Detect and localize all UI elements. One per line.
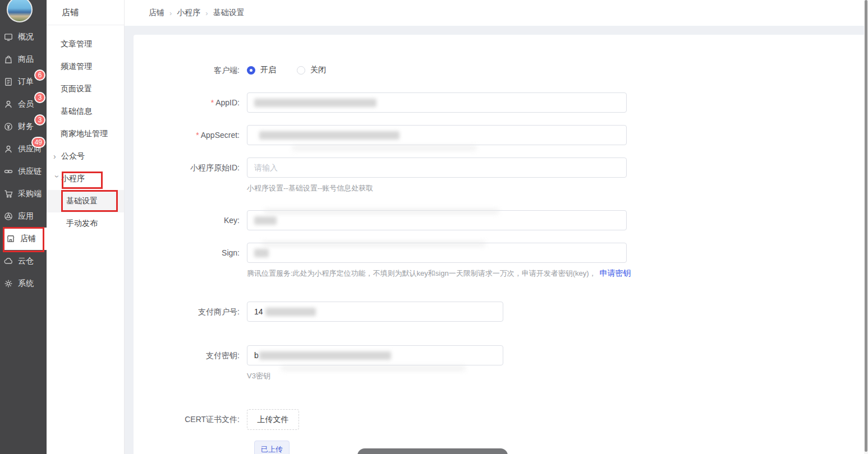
supplier-icon — [4, 145, 13, 154]
scrollbar-thumb[interactable] — [865, 0, 867, 452]
appid-label: *AppID: — [134, 92, 247, 113]
required-asterisk: * — [196, 131, 199, 140]
radio-selected-icon — [247, 66, 255, 75]
sidebar-item-label: 店铺 — [20, 234, 36, 244]
sidebar-item-label: 订单 — [18, 77, 34, 87]
cert-row: CERT证书文件: 上传文件 — [134, 409, 299, 430]
pay-secret-label: 支付密钥: — [134, 345, 247, 381]
key-label: Key: — [134, 210, 247, 230]
finance-badge: 3 — [34, 114, 45, 126]
apps-icon — [4, 212, 13, 221]
breadcrumb-basic-settings[interactable]: 基础设置 — [213, 8, 245, 18]
client-label: 客户端: — [134, 63, 247, 77]
settings-form-card: 客户端: 开启 关闭 *AppID: *AppSecret: — [134, 35, 864, 454]
sign-label: Sign: — [134, 243, 247, 279]
sidebar-item-cloud-warehouse[interactable]: 云仓 — [0, 250, 47, 272]
vertical-scrollbar — [864, 0, 868, 454]
submenu-item-basic-info[interactable]: 基础信息 — [47, 100, 124, 123]
secondary-sidebar: 店铺 文章管理 频道管理 页面设置 基础信息 商家地址管理 › 公众号 › 小程… — [47, 0, 125, 454]
breadcrumb-mini-program[interactable]: 小程序 — [177, 8, 200, 18]
submenu-title: 店铺 — [47, 0, 124, 25]
topbar: 店铺 › 小程序 › 基础设置 — [125, 0, 868, 26]
submenu-group-mini-program[interactable]: › 小程序 — [47, 168, 124, 190]
sidebar-item-supplier[interactable]: 供应商 49 — [0, 138, 47, 160]
redaction-smear — [281, 365, 466, 371]
redaction-smear — [292, 145, 477, 151]
client-off-radio[interactable]: 关闭 — [297, 65, 326, 75]
sidebar-item-members[interactable]: 会员 3 — [0, 93, 47, 115]
orders-icon — [4, 77, 13, 86]
submenu-item-page-settings[interactable]: 页面设置 — [47, 78, 124, 100]
submenu-list: 文章管理 频道管理 页面设置 基础信息 商家地址管理 › 公众号 › 小程序 基… — [47, 25, 124, 235]
sidebar-item-label: 采购端 — [18, 189, 42, 199]
redaction-smear — [264, 209, 499, 214]
sidebar-item-supply-chain[interactable]: 供应链 — [0, 160, 47, 183]
original-id-helper: 小程序设置--基础设置--账号信息处获取 — [247, 183, 627, 193]
required-asterisk: * — [211, 98, 214, 107]
appsecret-label: *AppSecret: — [134, 125, 247, 145]
dashboard-icon — [4, 33, 13, 41]
supply-chain-icon — [4, 167, 13, 176]
cert-label: CERT证书文件: — [134, 409, 247, 430]
apply-key-link[interactable]: 申请密钥 — [600, 268, 631, 277]
breadcrumb-separator-icon: › — [205, 9, 208, 17]
appid-row: *AppID: — [134, 92, 627, 113]
redacted-value — [254, 216, 277, 225]
orders-badge: 6 — [34, 70, 45, 81]
submenu-item-articles[interactable]: 文章管理 — [47, 33, 124, 55]
client-row: 客户端: 开启 关闭 — [134, 63, 347, 77]
primary-sidebar: 概况 商品 订单 6 会员 3 财务 3 供应商 49 供应链 — [0, 0, 47, 454]
pay-merchant-label: 支付商户号: — [134, 302, 247, 322]
redacted-value — [265, 308, 316, 316]
upload-file-button[interactable]: 上传文件 — [247, 409, 299, 430]
bottom-toast — [357, 448, 508, 454]
submenu-item-merchant-address[interactable]: 商家地址管理 — [47, 123, 124, 145]
redacted-value — [254, 249, 269, 257]
original-id-label: 小程序原始ID: — [134, 157, 247, 193]
chevron-down-icon: › — [53, 175, 62, 183]
pay-secret-helper: V3密钥 — [247, 371, 503, 381]
submenu-item-channels[interactable]: 频道管理 — [47, 55, 124, 78]
chevron-right-icon: › — [53, 152, 61, 161]
pay-merchant-row: 支付商户号: — [134, 302, 503, 322]
sidebar-item-label: 供应链 — [18, 166, 42, 177]
sidebar-item-goods[interactable]: 商品 — [0, 48, 47, 71]
key-row: Key: — [134, 210, 627, 230]
redacted-value — [259, 131, 399, 140]
system-icon — [4, 279, 13, 288]
client-on-radio[interactable]: 开启 — [247, 65, 276, 75]
redaction-smear — [261, 241, 486, 247]
primary-nav: 概况 商品 订单 6 会员 3 财务 3 供应商 49 供应链 — [0, 26, 47, 295]
sidebar-item-label: 系统 — [18, 279, 34, 289]
sidebar-item-finance[interactable]: 财务 3 — [0, 115, 47, 138]
breadcrumb-separator-icon: › — [169, 9, 172, 17]
sidebar-item-label: 会员 — [18, 99, 34, 109]
breadcrumb-shop[interactable]: 店铺 — [149, 8, 164, 18]
original-id-input[interactable] — [247, 157, 627, 178]
cloud-warehouse-icon — [4, 257, 13, 266]
sidebar-item-orders[interactable]: 订单 6 — [0, 71, 47, 93]
uploaded-tag: 已上传 — [254, 441, 290, 454]
sign-helper: 腾讯位置服务:此处为小程序定位功能，不填则为默认key和sign一天限制请求一万… — [247, 268, 631, 279]
finance-icon — [4, 122, 13, 131]
sidebar-item-label: 概况 — [18, 32, 34, 42]
submenu-item-manual-publish[interactable]: 手动发布 — [47, 212, 124, 235]
supplier-badge: 49 — [31, 137, 45, 148]
sidebar-item-shop[interactable]: 店铺 — [3, 228, 47, 250]
goods-icon — [4, 55, 13, 64]
sidebar-item-apps[interactable]: 应用 — [0, 205, 47, 228]
avatar — [7, 0, 33, 22]
sidebar-item-system[interactable]: 系统 — [0, 272, 47, 295]
procurement-icon — [4, 189, 13, 198]
sidebar-item-label: 云仓 — [18, 256, 34, 266]
breadcrumb: 店铺 › 小程序 › 基础设置 — [125, 0, 868, 26]
submenu-item-basic-settings[interactable]: 基础设置 — [47, 190, 124, 212]
sidebar-item-overview[interactable]: 概况 — [0, 26, 47, 48]
submenu-group-official-account[interactable]: › 公众号 — [47, 145, 124, 168]
radio-unselected-icon — [297, 66, 305, 75]
sign-row: Sign: 腾讯位置服务:此处为小程序定位功能，不填则为默认key和sign一天… — [134, 243, 631, 279]
sidebar-item-procurement[interactable]: 采购端 — [0, 183, 47, 205]
sidebar-item-label: 商品 — [18, 54, 34, 64]
members-icon — [4, 100, 13, 109]
pay-secret-row: 支付密钥: V3密钥 — [134, 345, 503, 381]
